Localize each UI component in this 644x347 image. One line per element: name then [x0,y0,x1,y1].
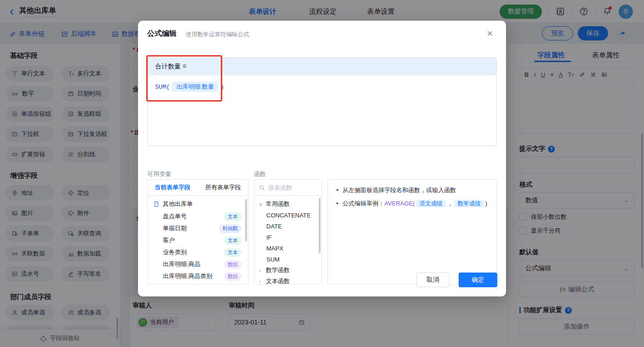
variable-row[interactable]: 出库明细.商品类别 数组 [148,270,248,282]
formula-fn-close: ) [220,84,224,91]
variable-row[interactable]: 出库明细.商品 数组 [148,258,248,270]
hint-line-1: • 从左侧面板选择字段名和函数，或输入函数 [336,186,488,195]
function-search[interactable] [254,180,322,196]
variables-tree-root[interactable]: 其他出库单 [153,198,248,210]
formula-fn-open: SUM( [155,84,170,91]
variable-row[interactable]: 客户 文本 [148,234,248,246]
formula-field-token[interactable]: 出库明细.数量 [172,82,218,92]
type-badge: 数组 [224,272,242,281]
search-icon [259,185,265,191]
app-window: 其他出库单 表单设计 流程设定 表单设置 数据管理 存 表单外链 [0,0,644,347]
type-badge: 文本 [224,236,242,245]
example-token: 数学成绩 [454,200,484,207]
formula-editor[interactable]: 合计数量 = SUM( 出库明细.数量 ) [147,57,497,146]
tab-current-form-fields[interactable]: 当前表单字段 [155,183,190,192]
chevron-right-icon: › [259,268,263,273]
hint-line-2: • 公式编辑举例：AVERAGE(语文成绩，数学成绩) [336,199,488,208]
function-item[interactable]: SUM [254,254,322,265]
formula-editor-modal: 公式编辑 使用数学运算符编辑公式 ✕ 合计数量 = SUM( 出库明细.数量 )… [138,21,506,296]
chevron-down-icon: ∨ [259,202,263,207]
variables-tabs: 当前表单字段 所有表单字段 [148,180,248,196]
variables-label: 可用变量 [147,170,171,178]
modal-subtitle: 使用数学运算符编辑公式 [186,31,249,39]
function-item[interactable]: IF [254,232,322,243]
confirm-button[interactable]: 确定 [459,273,497,287]
example-fn: AVERAGE( [385,200,415,207]
close-icon[interactable]: ✕ [487,30,493,38]
hints-panel: • 从左侧面板选择字段名和函数，或输入函数 • 公式编辑举例：AVERAGE(语… [328,179,497,284]
functions-label: 函数 [254,170,266,178]
cancel-button[interactable]: 取消 [416,273,449,287]
chevron-right-icon: › [259,279,263,284]
variable-row[interactable]: 业务类别 文本 [148,246,248,258]
variables-scrollbar[interactable] [245,199,247,241]
modal-title: 公式编辑 [147,29,177,39]
type-badge: 文本 [224,212,242,221]
tab-all-form-fields[interactable]: 所有表单字段 [205,183,241,192]
functions-scrollbar[interactable] [319,198,321,253]
type-badge: 时间戳 [219,224,242,233]
type-badge: 数组 [224,260,242,269]
type-badge: 文本 [224,248,242,257]
function-search-input[interactable] [268,184,314,191]
function-item[interactable]: CONCATENATE [254,210,322,221]
variable-row[interactable]: 盘点单号 文本 [148,210,248,222]
form-document-icon [153,201,160,207]
function-item[interactable]: DATE [254,221,322,232]
functions-panel: ∨ 常用函数 CONCATENATE DATE IF MAPX SUM › 数学… [254,179,322,284]
formula-target: 合计数量 = [148,58,496,75]
formula-expression[interactable]: SUM( 出库明细.数量 ) [148,75,496,98]
function-group-math[interactable]: › 数学函数 [254,265,322,276]
function-item[interactable]: MAPX [254,243,322,254]
function-group-common[interactable]: ∨ 常用函数 [254,199,322,210]
variables-panel: 当前表单字段 所有表单字段 其他出库单 盘点单号 文本 单据日期 时间戳 客户 … [147,179,248,284]
example-token: 语文成绩 [416,200,446,207]
variable-row[interactable]: 单据日期 时间戳 [148,222,248,234]
function-group-text[interactable]: › 文本函数 [254,276,322,284]
